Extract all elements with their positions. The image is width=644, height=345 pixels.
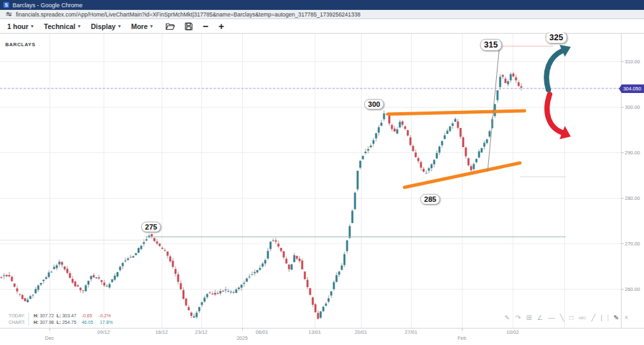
more-menu[interactable]: More ▾: [131, 22, 153, 30]
site-settings-icon[interactable]: [6, 11, 12, 17]
vertical-line-tool-icon[interactable]: |: [600, 313, 602, 323]
more-menu-label: More: [131, 22, 148, 30]
horizontal-line-tool-icon[interactable]: —: [548, 313, 555, 323]
timeframe-menu-label: 1 hour: [7, 22, 28, 30]
annotation-label-315[interactable]: 315: [480, 39, 502, 51]
stats-row-today: TODAY: H: 307.72 L: 303.47 -0.65-0.2%: [9, 313, 113, 319]
address-bar[interactable]: financials.spreadex.com/App/Home/LiveCha…: [0, 10, 644, 19]
text-tool-icon[interactable]: ABC: [579, 313, 586, 323]
zoom-out-button[interactable]: −: [203, 22, 209, 31]
curve-arrow-tool-icon[interactable]: ↷: [515, 313, 521, 323]
toolbar-divider: [608, 315, 608, 321]
annotation-label-285[interactable]: 285: [420, 194, 440, 204]
chart-high: 307.98: [40, 320, 53, 325]
stats-label: TODAY:: [9, 313, 26, 319]
chart-low: 254.75: [62, 320, 76, 325]
annotation-label-275[interactable]: 275: [141, 222, 161, 232]
bearish-scenario-arrow[interactable]: [547, 94, 562, 133]
angle-tool-icon[interactable]: ∠: [537, 313, 543, 323]
url-text[interactable]: financials.spreadex.com/App/Home/LiveCha…: [16, 11, 360, 18]
chevron-down-icon: ▾: [150, 24, 153, 29]
high-label: H:: [34, 320, 38, 325]
display-menu[interactable]: Display ▾: [91, 22, 121, 30]
today-low: 303.47: [62, 313, 76, 318]
chevron-down-icon: ▾: [31, 24, 34, 29]
pen-tool-icon[interactable]: ✎: [505, 313, 510, 323]
chevron-down-icon: ▾: [118, 24, 121, 29]
zoom-in-button[interactable]: +: [218, 22, 224, 31]
today-high: 307.72: [40, 313, 53, 318]
chevron-down-icon: ▾: [78, 24, 80, 29]
annotation-label-325[interactable]: 325: [546, 32, 567, 44]
stats-label: CHART:: [9, 319, 26, 326]
technical-menu[interactable]: Technical ▾: [44, 22, 80, 30]
bullish-scenario-arrow[interactable]: [546, 51, 562, 90]
trendline-tool-icon[interactable]: ╲: [560, 313, 564, 323]
today-change: -0.65: [82, 313, 92, 319]
price-chart-canvas[interactable]: [0, 0, 644, 345]
grid-tool-icon[interactable]: ⊞: [526, 313, 531, 323]
rectangle-tool-icon[interactable]: □: [569, 313, 573, 323]
symbol-title: BARCLAYS: [5, 42, 36, 47]
chart-toolbar: 1 hour ▾ Technical ▾ Display ▾ More ▾ − …: [0, 20, 644, 32]
window-title: Barclays - Google Chrome: [13, 2, 82, 9]
open-folder-icon[interactable]: [166, 22, 175, 30]
chart-change-pct: 17.8%: [100, 319, 113, 326]
candles: [1, 72, 523, 320]
chart-change: 46.05: [82, 319, 94, 326]
technical-menu-label: Technical: [44, 22, 76, 30]
save-icon[interactable]: [185, 22, 193, 30]
low-label: L:: [57, 320, 61, 325]
display-menu-label: Display: [91, 22, 115, 30]
annotation-label-300[interactable]: 300: [364, 99, 384, 110]
drawing-toolbar: ✎↷⊞∠—╲□ABC╱|✎×: [505, 313, 628, 323]
ray-tool-icon[interactable]: ╱: [591, 313, 595, 323]
high-label: H:: [34, 313, 38, 318]
edit-pencil-icon[interactable]: ✎: [614, 313, 619, 323]
window-titlebar: S Barclays - Google Chrome: [0, 0, 644, 10]
spreadex-favicon: S: [3, 2, 9, 8]
low-label: L:: [57, 313, 61, 318]
stats-row-chart: CHART: H: 307.98 L: 254.75 46.0517.8%: [9, 319, 113, 326]
ohlc-stats: TODAY: H: 307.72 L: 303.47 -0.65-0.2% CH…: [9, 313, 113, 326]
close-tools-icon[interactable]: ×: [624, 313, 628, 323]
today-change-pct: -0.2%: [99, 313, 111, 319]
resistance-trendline[interactable]: [388, 111, 525, 114]
timeframe-menu[interactable]: 1 hour ▾: [7, 22, 34, 30]
current-price-badge: 304.050: [619, 84, 644, 93]
